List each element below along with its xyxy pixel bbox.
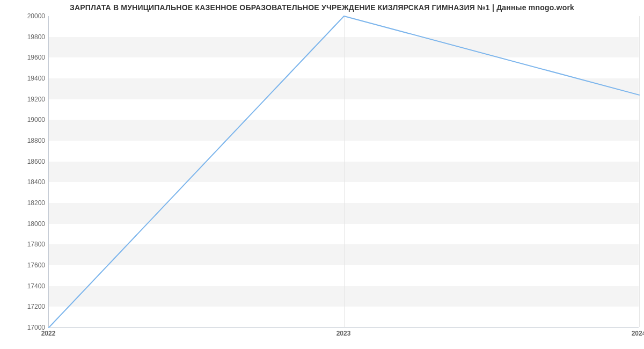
y-tick-label: 17600 <box>0 261 45 269</box>
x-tick-label: 2024 <box>632 330 644 337</box>
chart-title: ЗАРПЛАТА В МУНИЦИПАЛЬНОЕ КАЗЕННОЕ ОБРАЗО… <box>0 3 644 12</box>
y-tick-label: 18400 <box>0 178 45 186</box>
x-tick-label: 2023 <box>336 330 351 337</box>
plot-area <box>48 16 639 328</box>
y-tick-label: 19600 <box>0 54 45 61</box>
y-tick-label: 17000 <box>0 324 45 331</box>
y-tick-label: 18800 <box>0 137 45 144</box>
y-tick-label: 19400 <box>0 75 45 82</box>
salary-chart: ЗАРПЛАТА В МУНИЦИПАЛЬНОЕ КАЗЕННОЕ ОБРАЗО… <box>0 0 644 349</box>
y-tick-label: 18000 <box>0 220 45 228</box>
x-tick-label: 2022 <box>41 330 56 337</box>
line-series <box>49 16 639 327</box>
y-tick-label: 19200 <box>0 96 45 103</box>
y-tick-label: 19800 <box>0 33 45 41</box>
y-tick-label: 19000 <box>0 116 45 123</box>
y-tick-label: 18200 <box>0 199 45 207</box>
y-tick-label: 20000 <box>0 12 45 20</box>
x-gridline <box>639 16 640 327</box>
y-tick-label: 17800 <box>0 241 45 248</box>
y-tick-label: 17200 <box>0 303 45 310</box>
y-tick-label: 17400 <box>0 282 45 290</box>
y-tick-label: 18600 <box>0 158 45 165</box>
